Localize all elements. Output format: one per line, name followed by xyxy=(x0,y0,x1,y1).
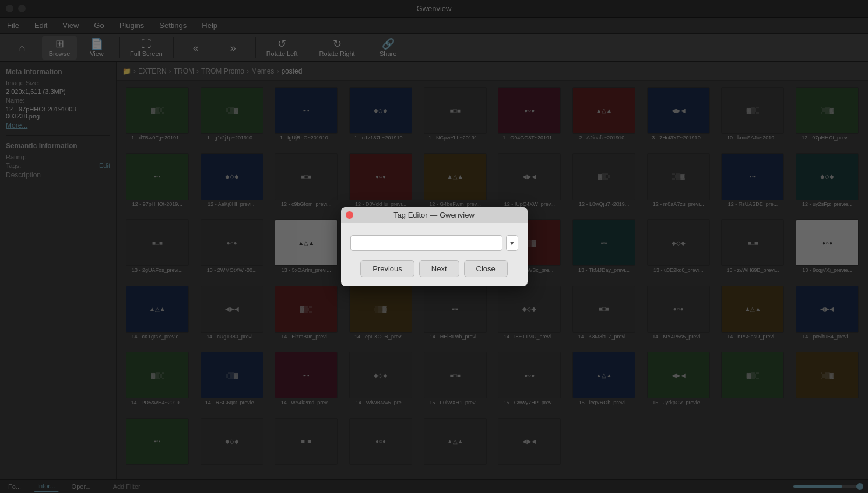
tag-editor-modal: × Tag Editor — Gwenview ▾ Previous Next … xyxy=(341,207,528,286)
previous-button[interactable]: Previous xyxy=(360,260,414,277)
modal-body: ▾ Previous Next Close xyxy=(341,223,528,286)
modal-close-icon: × xyxy=(347,212,350,218)
modal-title: Tag Editor — Gwenview xyxy=(393,211,475,219)
next-button[interactable]: Next xyxy=(419,260,459,277)
tag-input[interactable] xyxy=(350,235,502,251)
modal-close-button[interactable]: × xyxy=(346,211,353,219)
modal-overlay: × Tag Editor — Gwenview ▾ Previous Next … xyxy=(0,0,868,493)
modal-titlebar: × Tag Editor — Gwenview xyxy=(341,207,528,223)
tag-dropdown-button[interactable]: ▾ xyxy=(506,235,518,251)
close-button[interactable]: Close xyxy=(464,260,508,277)
modal-buttons: Previous Next Close xyxy=(350,260,518,277)
modal-input-row: ▾ xyxy=(350,235,518,251)
